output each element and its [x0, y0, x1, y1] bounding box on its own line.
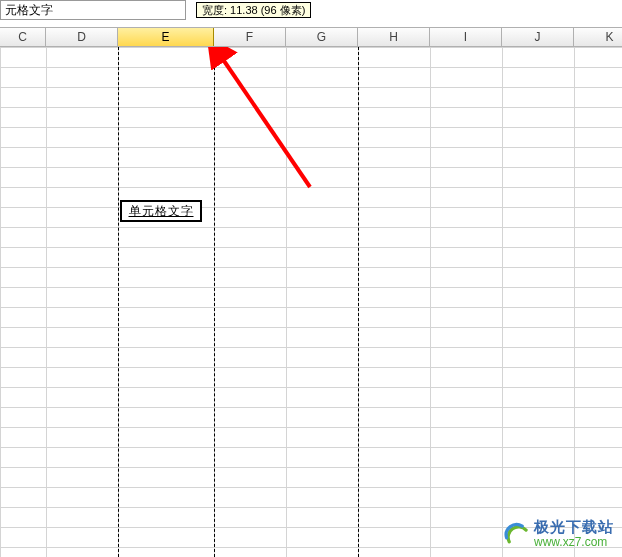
tooltip-text: 宽度: 11.38 (96 像素): [202, 4, 305, 16]
grid-col-line: [118, 47, 119, 557]
grid-col-line: [46, 47, 47, 557]
column-header-g[interactable]: G: [286, 28, 358, 46]
name-box-value: 元格文字: [5, 3, 53, 17]
grid-row-line: [0, 67, 622, 68]
grid-row-line: [0, 147, 622, 148]
grid-row-line: [0, 87, 622, 88]
column-header-j[interactable]: J: [502, 28, 574, 46]
page-break-line: [214, 47, 215, 557]
grid-col-line: [574, 47, 575, 557]
column-header-d[interactable]: D: [46, 28, 118, 46]
watermark-title: 极光下载站: [534, 519, 614, 536]
column-header-i[interactable]: I: [430, 28, 502, 46]
grid-row-line: [0, 167, 622, 168]
grid-row-line: [0, 487, 622, 488]
grid-row-line: [0, 407, 622, 408]
name-box[interactable]: 元格文字: [0, 0, 186, 20]
column-header-k[interactable]: K: [574, 28, 622, 46]
dragging-cell-content[interactable]: 单元格文字: [120, 200, 202, 222]
grid-row-line: [0, 127, 622, 128]
watermark-url: www.xz7.com: [534, 536, 614, 549]
grid-row-line: [0, 207, 622, 208]
grid-row-line: [0, 467, 622, 468]
grid-col-line: [214, 47, 215, 557]
cell-text: 单元格文字: [129, 203, 194, 220]
grid-col-line: [430, 47, 431, 557]
grid-row-line: [0, 47, 622, 48]
column-header-c[interactable]: C: [0, 28, 46, 46]
page-break-line: [118, 47, 119, 557]
grid-row-line: [0, 107, 622, 108]
grid-row-line: [0, 367, 622, 368]
column-header-f[interactable]: F: [214, 28, 286, 46]
watermark-logo-icon: [504, 521, 530, 547]
column-width-tooltip: 宽度: 11.38 (96 像素): [196, 2, 311, 18]
grid-col-line: [358, 47, 359, 557]
grid-col-line: [286, 47, 287, 557]
watermark: 极光下载站 www.xz7.com: [504, 519, 614, 549]
grid-row-line: [0, 267, 622, 268]
grid-row-line: [0, 247, 622, 248]
page-break-line: [358, 47, 359, 557]
column-headers: CDEFGHIJK: [0, 27, 622, 47]
grid-row-line: [0, 187, 622, 188]
grid-row-line: [0, 227, 622, 228]
grid-col-line: [0, 47, 1, 557]
grid-row-line: [0, 447, 622, 448]
grid-row-line: [0, 307, 622, 308]
grid-row-line: [0, 387, 622, 388]
column-header-h[interactable]: H: [358, 28, 430, 46]
grid-row-line: [0, 347, 622, 348]
grid-col-line: [502, 47, 503, 557]
grid-row-line: [0, 327, 622, 328]
grid-row-line: [0, 507, 622, 508]
spreadsheet-grid[interactable]: 单元格文字: [0, 47, 622, 557]
grid-row-line: [0, 287, 622, 288]
watermark-text: 极光下载站 www.xz7.com: [534, 519, 614, 549]
column-header-e[interactable]: E: [118, 28, 214, 46]
grid-row-line: [0, 427, 622, 428]
